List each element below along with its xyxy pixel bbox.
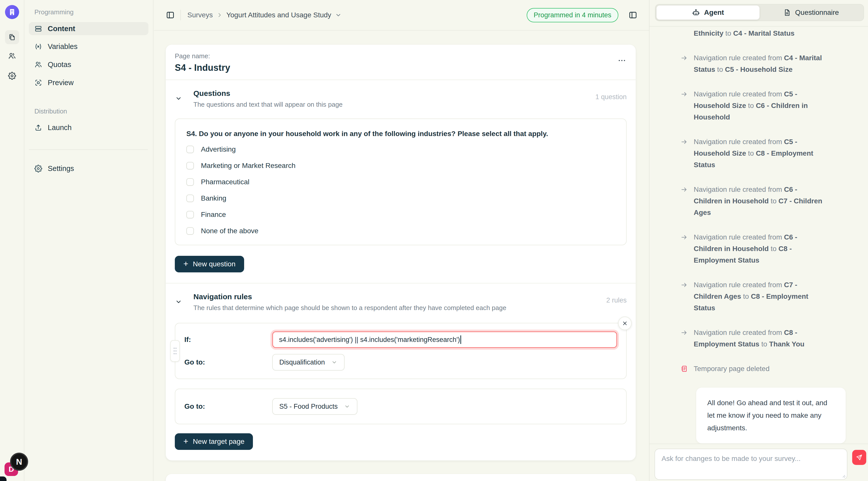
arrow-right-icon [680, 281, 688, 289]
users-icon [34, 61, 42, 68]
question-options: AdvertisingMarketing or Market ResearchP… [186, 146, 615, 235]
arrow-right-icon [680, 54, 688, 62]
question-option[interactable]: None of the above [186, 227, 615, 235]
new-target-page-button[interactable]: + New target page [175, 433, 253, 450]
workspace-logo[interactable] [5, 5, 19, 19]
arrow-right-icon [680, 90, 688, 98]
sidebar-divider [29, 149, 148, 150]
main-area: Surveys Yogurt Attitudes and Usage Study… [154, 0, 649, 481]
upload-icon [34, 124, 42, 132]
variables-icon [34, 43, 42, 51]
grip-dots-icon [172, 346, 178, 356]
breadcrumb-root[interactable]: Surveys [187, 11, 213, 19]
agent-activity-list[interactable]: Navigation rule created from C3 - Ethnic… [650, 28, 868, 444]
sidebar-item-label: Variables [48, 42, 78, 51]
sidebar-section-programming: Programming [34, 8, 73, 16]
right-panel-toggle-button[interactable] [628, 10, 638, 20]
question-option-label: Finance [201, 211, 226, 219]
navigation-rules-count: 2 rules [606, 296, 627, 304]
arrow-right-icon [680, 138, 688, 146]
page-title[interactable]: S4 - Industry [175, 63, 627, 73]
checkbox[interactable] [186, 211, 194, 218]
activity-item: Navigation rule created from C6 - Childr… [680, 231, 825, 266]
question-option[interactable]: Pharmaceutical [186, 178, 615, 186]
if-label: If: [184, 335, 272, 344]
chat-input[interactable] [654, 449, 847, 480]
question-option-label: Marketing or Market Research [201, 162, 296, 170]
activity-item: Navigation rule created from C7 - Childr… [680, 279, 825, 314]
activity-item: Temporary page deleted [680, 363, 825, 375]
page-editor-scroll[interactable]: Page name: S4 - Industry Questions The q… [154, 31, 649, 481]
sidebar-collapse-button[interactable] [166, 10, 175, 20]
sidebar-item-quotas[interactable]: Quotas [29, 58, 149, 71]
sidebar-item-label: Content [48, 25, 75, 33]
condition-value: s4.includes('advertising') || s4.include… [279, 336, 460, 344]
chevron-down-icon[interactable] [335, 11, 342, 19]
question-card[interactable]: S4. Do you or anyone in your household w… [175, 119, 627, 245]
panel-tab-switcher: Agent Questionnaire [655, 4, 864, 21]
page-card-s4: Page name: S4 - Industry Questions The q… [166, 45, 636, 460]
goto-target-select[interactable]: S5 - Food Products [272, 398, 358, 415]
collapse-chevron-icon[interactable] [175, 95, 182, 102]
activity-item: Navigation rule created from C5 - Househ… [680, 88, 825, 123]
condition-input[interactable]: s4.includes('advertising') || s4.include… [272, 331, 617, 348]
chevron-right-icon [216, 12, 223, 18]
new-question-label: New question [193, 260, 236, 268]
scan-icon [34, 79, 42, 87]
question-option[interactable]: Banking [186, 195, 615, 202]
tab-agent[interactable]: Agent [656, 5, 760, 20]
question-option-label: Advertising [201, 146, 236, 153]
checkbox[interactable] [186, 227, 194, 235]
status-badge: Programmed in 4 minutes [527, 8, 618, 22]
sidebar-item-variables[interactable]: Variables [29, 40, 149, 53]
sidebar-item-settings[interactable]: Settings [29, 162, 149, 175]
page-card-next: Page name: [166, 474, 636, 481]
agent-panel: Agent Questionnaire Navigation rule crea… [649, 0, 868, 481]
rail-item-audience[interactable] [5, 49, 19, 63]
question-option[interactable]: Finance [186, 211, 615, 218]
pages-icon [8, 33, 16, 41]
goto-target-value: S5 - Food Products [279, 403, 338, 411]
new-question-button[interactable]: + New question [175, 256, 244, 272]
rail-item-settings[interactable] [5, 69, 19, 83]
sidebar-item-content[interactable]: Content [29, 22, 149, 35]
checkbox[interactable] [186, 195, 194, 202]
more-menu-button[interactable] [617, 56, 627, 65]
arrow-right-icon [680, 186, 688, 193]
remove-rule-button[interactable] [618, 317, 632, 330]
questions-count: 1 question [595, 93, 627, 101]
gear-icon [8, 72, 16, 80]
sidebar-item-preview[interactable]: Preview [29, 76, 149, 89]
breadcrumb-current[interactable]: Yogurt Attitudes and Usage Study [226, 11, 331, 19]
questions-subtitle: The questions and text that will appear … [193, 101, 627, 108]
navigation-rules-title: Navigation rules [193, 292, 627, 301]
rail-item-surveys[interactable] [5, 30, 19, 44]
gear-icon [34, 165, 42, 172]
goto-target-select[interactable]: Disqualification [272, 354, 345, 371]
activity-item: Navigation rule created from C5 - Househ… [680, 136, 825, 171]
sidebar-item-label: Settings [48, 164, 74, 173]
drag-handle[interactable] [170, 340, 180, 362]
checkbox[interactable] [186, 146, 194, 153]
page-deleted-icon [680, 365, 688, 373]
new-target-page-label: New target page [193, 438, 244, 446]
question-option-label: Pharmaceutical [201, 178, 249, 186]
question-option[interactable]: Marketing or Market Research [186, 162, 615, 169]
sidebar-item-label: Preview [48, 78, 73, 87]
send-button[interactable] [852, 450, 866, 465]
goto-label: Go to: [184, 358, 272, 366]
activity-item: Navigation rule created from C8 - Employ… [680, 327, 825, 350]
avatar-n[interactable]: N [10, 453, 28, 471]
tab-questionnaire[interactable]: Questionnaire [760, 5, 863, 20]
question-option[interactable]: Advertising [186, 146, 615, 153]
checkbox[interactable] [186, 178, 194, 186]
checkbox[interactable] [186, 162, 194, 169]
robot-icon [692, 8, 700, 17]
navigation-rules-subtitle: The rules that determine which page shou… [193, 304, 627, 312]
panel-right-icon [628, 10, 638, 20]
sidebar-item-launch[interactable]: Launch [29, 121, 149, 134]
collapse-chevron-icon[interactable] [175, 298, 182, 306]
main-header: Surveys Yogurt Attitudes and Usage Study… [154, 0, 649, 31]
plus-icon: + [183, 259, 188, 268]
header-divider [180, 10, 181, 20]
